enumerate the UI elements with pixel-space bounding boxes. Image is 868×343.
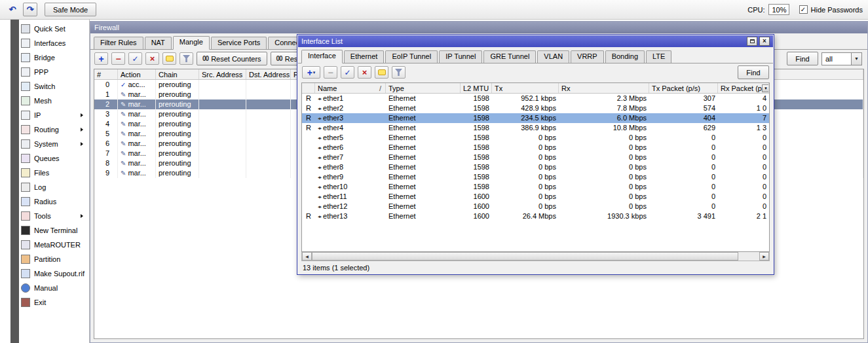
- column-header-Chain[interactable]: Chain: [156, 69, 199, 79]
- column-header-label: L2 MTU: [463, 84, 489, 92]
- cell-number: 0: [94, 80, 118, 90]
- remove-button[interactable]: −: [324, 66, 337, 79]
- interface-list-title-bar[interactable]: Interface List ×: [298, 35, 773, 47]
- table-row-ether11[interactable]: ◂▸ether11Ethernet16000 bps0 bps00: [302, 192, 769, 202]
- column-selector-button[interactable]: ▼: [762, 84, 769, 92]
- column-header-name[interactable]: Name/: [315, 83, 386, 93]
- interface-icon: ◂▸: [318, 106, 321, 111]
- tab-vlan[interactable]: VLAN: [537, 50, 569, 63]
- hide-passwords-label: Hide Passwords: [811, 6, 863, 14]
- table-row-ether5[interactable]: ◂▸ether5Ethernet15980 bps0 bps00: [302, 133, 769, 143]
- table-row-ether13[interactable]: R◂▸ether13Ethernet160026.4 Mbps1930.3 kb…: [302, 211, 769, 221]
- tab-filter-rules[interactable]: Filter Rules: [94, 37, 143, 49]
- tab-nat[interactable]: NAT: [145, 37, 172, 49]
- table-row-ether1[interactable]: R◂▸ether1Ethernet1598952.1 kbps2.3 Mbps3…: [302, 94, 769, 103]
- accept-icon: ✓: [121, 82, 126, 88]
- interface-name: ether6: [323, 143, 343, 153]
- hide-passwords-checkbox[interactable]: ✓: [799, 5, 808, 14]
- tab-mangle[interactable]: Mangle: [173, 36, 210, 50]
- reset-counters-button[interactable]: 00 Reset Counters: [197, 52, 267, 65]
- tab-bonding[interactable]: Bonding: [605, 50, 645, 63]
- find-button[interactable]: Find: [787, 52, 818, 65]
- cell-rx: 0 bps: [559, 192, 649, 202]
- column-header-tx[interactable]: Tx: [492, 83, 559, 93]
- sidebar-item-partition[interactable]: Partition: [20, 252, 89, 266]
- column-header-Dst. Address[interactable]: Dst. Address: [246, 69, 291, 79]
- comment-button[interactable]: [162, 52, 176, 65]
- sidebar-item-ppp[interactable]: PPP: [20, 65, 89, 79]
- sidebar-item-radius[interactable]: Radius: [20, 194, 89, 209]
- submenu-arrow-icon: [81, 142, 83, 146]
- scrollbar-thumb[interactable]: [312, 252, 738, 261]
- table-row-ether8[interactable]: ◂▸ether8Ethernet15980 bps0 bps00: [302, 162, 769, 172]
- tab-service-ports[interactable]: Service Ports: [211, 37, 267, 49]
- filter-scope-dropdown[interactable]: all ▼: [821, 52, 862, 65]
- sidebar-item-bridge[interactable]: Bridge: [20, 50, 89, 65]
- sidebar-item-files[interactable]: Files: [20, 166, 89, 180]
- dropdown-button[interactable]: ▼: [851, 53, 861, 65]
- sidebar-item-switch[interactable]: Switch: [20, 79, 89, 94]
- sidebar-item-routing[interactable]: Routing: [20, 122, 89, 137]
- safe-mode-button[interactable]: Safe Mode: [45, 3, 96, 16]
- tab-vrrp[interactable]: VRRP: [571, 50, 604, 63]
- find-button[interactable]: Find: [738, 65, 769, 79]
- scroll-right-button[interactable]: ▶: [759, 252, 769, 261]
- sidebar-item-manual[interactable]: Manual: [20, 281, 89, 295]
- column-header-Src. Address[interactable]: Src. Address: [199, 69, 246, 79]
- column-header-type[interactable]: Type: [386, 83, 461, 93]
- table-row-ether9[interactable]: ◂▸ether9Ethernet15980 bps0 bps00: [302, 172, 769, 182]
- column-header-Action[interactable]: Action: [118, 69, 156, 79]
- enable-button[interactable]: ✓: [128, 52, 142, 65]
- table-row-ether10[interactable]: ◂▸ether10Ethernet15980 bps0 bps00: [302, 182, 769, 192]
- filter-button[interactable]: [392, 66, 406, 79]
- sidebar-item-metarouter[interactable]: MetaROUTER: [20, 238, 89, 252]
- enable-button[interactable]: ✓: [341, 66, 354, 79]
- sidebar-item-mesh[interactable]: Mesh: [20, 94, 89, 108]
- horizontal-scrollbar[interactable]: ◀ ▶: [301, 252, 770, 261]
- remove-button[interactable]: −: [111, 52, 125, 65]
- add-dropdown-button[interactable]: + ▾: [302, 66, 320, 79]
- sidebar-item-interfaces[interactable]: Interfaces: [20, 36, 89, 50]
- firewall-title-bar[interactable]: Firewall: [90, 22, 867, 33]
- filter-button[interactable]: [179, 52, 193, 65]
- undo-button[interactable]: ↶: [5, 3, 20, 16]
- table-row-ether6[interactable]: ◂▸ether6Ethernet15980 bps0 bps00: [302, 143, 769, 153]
- close-button[interactable]: ×: [759, 37, 770, 46]
- tab-ethernet[interactable]: Ethernet: [344, 50, 385, 63]
- column-header-tx-packet-p-s-[interactable]: Tx Packet (p/s): [649, 83, 718, 93]
- disable-button[interactable]: ×: [145, 52, 159, 65]
- sidebar-item-log[interactable]: Log: [20, 180, 89, 194]
- disable-button[interactable]: ×: [358, 66, 371, 79]
- tab-ip-tunnel[interactable]: IP Tunnel: [439, 50, 482, 63]
- column-header-l2-mtu[interactable]: L2 MTU: [461, 83, 492, 93]
- sidebar-item-terminal[interactable]: New Terminal: [20, 223, 89, 238]
- sidebar-item-quickset[interactable]: Quick Set: [20, 22, 89, 36]
- interface-icon: ◂▸: [318, 126, 321, 130]
- sidebar-item-ip[interactable]: IP: [20, 108, 89, 122]
- tab-gre-tunnel[interactable]: GRE Tunnel: [483, 50, 536, 63]
- tab-lte[interactable]: LTE: [646, 50, 671, 63]
- table-row-ether7[interactable]: ◂▸ether7Ethernet15980 bps0 bps00: [302, 153, 769, 162]
- sidebar-item-exit[interactable]: Exit: [20, 295, 89, 310]
- sidebar-item-tools[interactable]: Tools: [20, 209, 89, 223]
- column-header-flag[interactable]: [302, 83, 315, 93]
- interface-name: ether10: [323, 182, 347, 192]
- column-header-rx-packet-p[interactable]: Rx Packet (p▼: [718, 83, 769, 93]
- tab-interface[interactable]: Interface: [301, 50, 343, 63]
- column-header-#[interactable]: #: [94, 69, 118, 79]
- column-header-rx[interactable]: Rx: [559, 83, 649, 93]
- maximize-button[interactable]: [747, 37, 757, 46]
- scroll-left-button[interactable]: ◀: [302, 252, 312, 261]
- redo-button[interactable]: ↷: [23, 3, 37, 16]
- tab-eoip-tunnel[interactable]: EoIP Tunnel: [385, 50, 438, 63]
- action-label: mar...: [128, 90, 146, 99]
- table-row-ether4[interactable]: R◂▸ether4Ethernet1598386.9 kbps10.8 Mbps…: [302, 123, 769, 133]
- table-row-ether2[interactable]: R◂▸ether2Ethernet1598428.9 kbps7.8 Mbps5…: [302, 103, 769, 113]
- comment-button[interactable]: [375, 66, 388, 79]
- add-button[interactable]: +: [94, 52, 108, 65]
- sidebar-item-supout[interactable]: Make Supout.rif: [20, 266, 89, 281]
- sidebar-item-system[interactable]: System: [20, 137, 89, 151]
- sidebar-item-queues[interactable]: Queues: [20, 151, 89, 166]
- table-row-ether3[interactable]: R◂▸ether3Ethernet1598234.5 kbps6.0 Mbps4…: [302, 113, 769, 123]
- table-row-ether12[interactable]: ◂▸ether12Ethernet16000 bps0 bps00: [302, 202, 769, 211]
